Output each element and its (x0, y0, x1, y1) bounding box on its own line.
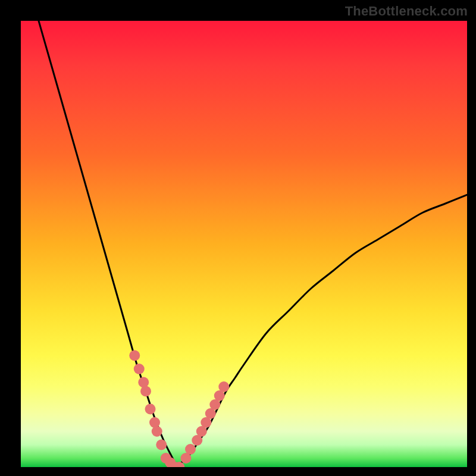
marker-point (138, 377, 149, 388)
chart-frame: TheBottleneck.com (0, 0, 476, 476)
marker-point (185, 444, 196, 455)
marker-point (149, 417, 160, 428)
marker-point (134, 364, 145, 374)
marker-point (152, 426, 162, 437)
plot-area (21, 21, 467, 467)
marker-point (140, 386, 151, 397)
marker-point (129, 350, 140, 361)
chart-svg (21, 21, 467, 467)
attribution-label: TheBottleneck.com (345, 4, 468, 19)
marker-group (129, 350, 229, 468)
marker-point (218, 381, 229, 392)
marker-point (156, 440, 167, 450)
marker-point (145, 404, 156, 415)
bottleneck-curve (39, 21, 467, 467)
